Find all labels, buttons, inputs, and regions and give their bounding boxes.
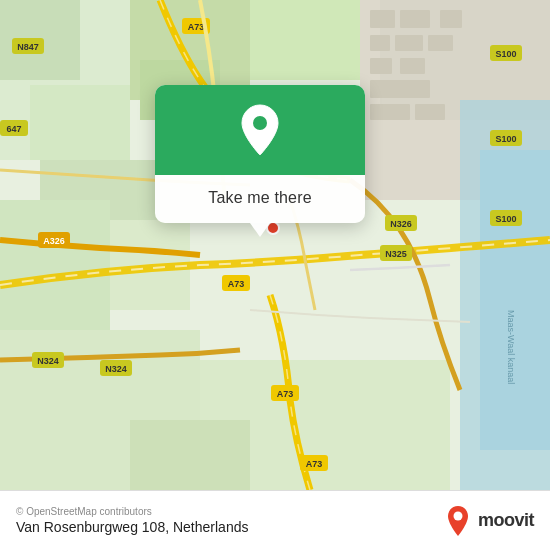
svg-rect-47 xyxy=(400,10,430,28)
svg-rect-16 xyxy=(250,0,360,80)
svg-rect-56 xyxy=(415,104,445,120)
svg-text:A73: A73 xyxy=(306,459,323,469)
moovit-brand-text: moovit xyxy=(478,510,534,531)
take-me-there-button[interactable]: Take me there xyxy=(198,189,321,207)
svg-text:N325: N325 xyxy=(385,249,407,259)
svg-rect-46 xyxy=(370,10,395,28)
moovit-logo: moovit xyxy=(444,505,534,537)
footer-bar: © OpenStreetMap contributors Van Rosenbu… xyxy=(0,490,550,550)
svg-text:S100: S100 xyxy=(495,134,516,144)
address-label: Van Rosenburgweg 108, Netherlands xyxy=(16,519,248,535)
svg-rect-48 xyxy=(440,10,462,28)
moovit-pin-icon xyxy=(444,505,472,537)
map-area: Maas-Waal kanaal A73 A73 A73 A73 xyxy=(0,0,550,490)
svg-rect-52 xyxy=(370,58,392,74)
popup-pin-area xyxy=(155,85,365,175)
svg-text:S100: S100 xyxy=(495,214,516,224)
svg-point-58 xyxy=(253,116,267,130)
svg-rect-53 xyxy=(400,58,425,74)
svg-text:Maas-Waal kanaal: Maas-Waal kanaal xyxy=(506,310,516,384)
svg-text:N847: N847 xyxy=(17,42,39,52)
svg-rect-55 xyxy=(370,104,410,120)
svg-rect-14 xyxy=(130,420,250,490)
svg-text:A73: A73 xyxy=(277,389,294,399)
svg-text:647: 647 xyxy=(6,124,21,134)
svg-point-59 xyxy=(453,511,462,520)
svg-rect-50 xyxy=(395,35,423,51)
svg-rect-49 xyxy=(370,35,390,51)
svg-rect-51 xyxy=(428,35,453,51)
svg-rect-10 xyxy=(480,150,550,450)
footer-info: © OpenStreetMap contributors Van Rosenbu… xyxy=(16,506,248,535)
svg-text:N324: N324 xyxy=(105,364,127,374)
svg-text:A326: A326 xyxy=(43,236,65,246)
location-pin-icon xyxy=(238,103,282,157)
location-popup: Take me there xyxy=(155,85,365,223)
svg-text:A73: A73 xyxy=(228,279,245,289)
svg-text:A73: A73 xyxy=(188,22,205,32)
svg-rect-3 xyxy=(30,85,130,160)
copyright-text: © OpenStreetMap contributors xyxy=(16,506,248,517)
svg-text:N324: N324 xyxy=(37,356,59,366)
svg-text:S100: S100 xyxy=(495,49,516,59)
svg-rect-54 xyxy=(370,80,430,98)
svg-text:N326: N326 xyxy=(390,219,412,229)
